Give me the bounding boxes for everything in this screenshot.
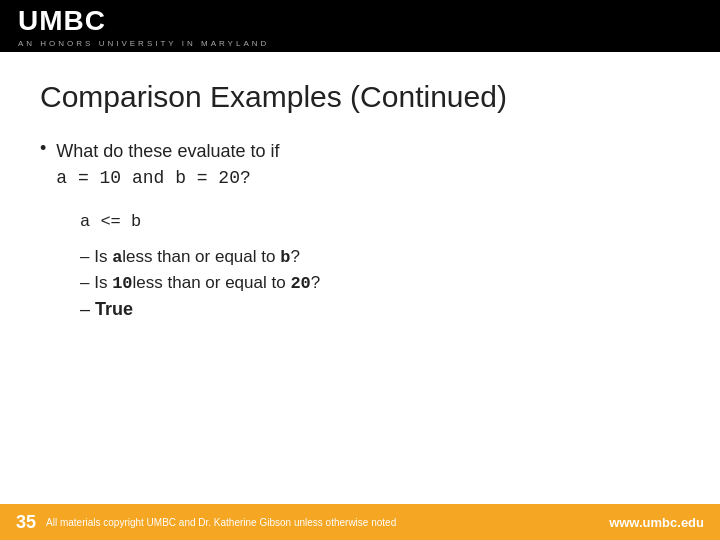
dash2-num: 10 bbox=[112, 274, 132, 293]
footer: 35 All materials copyright UMBC and Dr. … bbox=[0, 504, 720, 540]
tagline: AN HONORS UNIVERSITY IN MARYLAND bbox=[18, 39, 269, 48]
dash2-prefix: – Is bbox=[80, 273, 107, 293]
code-block: a <= b bbox=[80, 212, 680, 231]
bullet-dot: • bbox=[40, 138, 46, 159]
main-content: Comparison Examples (Continued) • What d… bbox=[0, 52, 720, 320]
bullet-line2: a = 10 and b = 20? bbox=[56, 165, 279, 192]
dash2-val: 20 bbox=[290, 274, 310, 293]
result-val: True bbox=[95, 299, 133, 319]
dash1-val: b bbox=[280, 248, 290, 267]
code-line1: a <= b bbox=[80, 212, 680, 231]
dash2-end: ? bbox=[311, 273, 320, 293]
dash1-end: ? bbox=[290, 247, 299, 267]
logo-text: UMBC bbox=[18, 5, 269, 37]
footer-url: www.umbc.edu bbox=[609, 515, 704, 530]
dash-item-2: – Is 10 less than or equal to 20? bbox=[80, 273, 680, 293]
header-bar: UMBC AN HONORS UNIVERSITY IN MARYLAND bbox=[0, 0, 720, 52]
bullet-text: What do these evaluate to if a = 10 and … bbox=[56, 138, 279, 192]
footer-left: 35 All materials copyright UMBC and Dr. … bbox=[16, 512, 396, 533]
bullet-section: • What do these evaluate to if a = 10 an… bbox=[40, 138, 680, 192]
dash1-var: a bbox=[112, 248, 122, 267]
dash1-prefix: – Is bbox=[80, 247, 107, 267]
logo-block: UMBC AN HONORS UNIVERSITY IN MARYLAND bbox=[18, 5, 269, 48]
page-title: Comparison Examples (Continued) bbox=[40, 80, 680, 114]
dash2-text: less than or equal to bbox=[133, 273, 286, 293]
footer-copyright: All materials copyright UMBC and Dr. Kat… bbox=[46, 517, 396, 528]
bullet-item: • What do these evaluate to if a = 10 an… bbox=[40, 138, 680, 192]
dash1-text: less than or equal to bbox=[122, 247, 275, 267]
result-line: – True bbox=[80, 299, 680, 320]
bullet-line1: What do these evaluate to if bbox=[56, 138, 279, 165]
result-prefix: – bbox=[80, 299, 95, 319]
dash-item-1: – Is a less than or equal to b? bbox=[80, 247, 680, 267]
footer-page-number: 35 bbox=[16, 512, 36, 533]
